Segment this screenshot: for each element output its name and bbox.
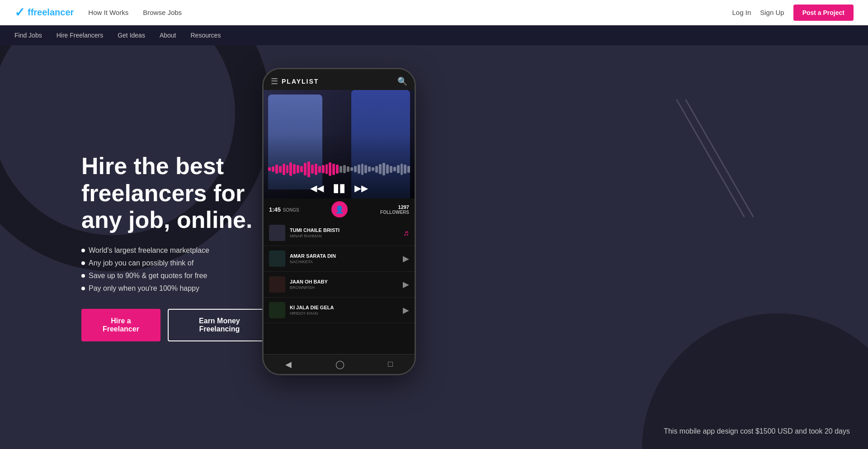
song-details-3: JAAN OH BABY BROWNFISH [290, 279, 398, 290]
pause-button[interactable]: ▮▮ [333, 181, 345, 195]
search-icon: 🔍 [397, 76, 407, 86]
hero-content: Hire the best freelancers for any job, o… [0, 153, 271, 341]
how-it-works-link[interactable]: How It Works [88, 9, 128, 16]
playlist-title: PLAYLIST [282, 78, 319, 85]
song-item-1[interactable]: TUMI CHAILE BRISTI MINAR RAHMAN ♬ [264, 220, 415, 246]
hire-freelancers-link[interactable]: Hire Freelancers [57, 32, 103, 39]
play-icon-3: ▶ [403, 279, 409, 289]
phone-header: ☰ PLAYLIST 🔍 [264, 69, 415, 90]
browse-jobs-link[interactable]: Browse Jobs [143, 9, 182, 16]
album-art: ◀◀ ▮▮ ▶▶ [264, 90, 415, 199]
song-list: TUMI CHAILE BRISTI MINAR RAHMAN ♬ AMAR S… [264, 220, 415, 354]
top-nav-right: Log In Sign Up Post a Project [732, 5, 854, 21]
top-navigation: ✓ ffreelancer How It Works Browse Jobs L… [0, 0, 868, 25]
hero-buttons: Hire a Freelancer Earn Money Freelancing [81, 309, 271, 341]
earn-money-button[interactable]: Earn Money Freelancing [168, 309, 271, 341]
song-thumb-3 [269, 276, 285, 293]
top-nav-left: ✓ ffreelancer How It Works Browse Jobs [14, 5, 182, 20]
signup-button[interactable]: Sign Up [760, 9, 784, 16]
deco-line-1 [676, 99, 745, 217]
song-details-1: TUMI CHAILE BRISTI MINAR RAHMAN [290, 227, 399, 238]
song-item-4[interactable]: KI JALA DIE GELA HRIDOY KHAN ▶ [264, 298, 415, 323]
bullet-dot-1 [81, 249, 85, 252]
phone-mockup: ☰ PLAYLIST 🔍 ◀◀ ▮▮ ▶▶ [262, 68, 416, 375]
hire-freelancer-button[interactable]: Hire a Freelancer [81, 309, 160, 341]
resources-link[interactable]: Resources [190, 32, 221, 39]
playback-controls: ◀◀ ▮▮ ▶▶ [264, 181, 415, 195]
secondary-navigation: Find Jobs Hire Freelancers Get Ideas Abo… [0, 25, 868, 45]
song-details-2: AMAR SARATA DIN NACHIKETA [290, 253, 398, 264]
bullet-dot-4 [81, 287, 85, 290]
logo[interactable]: ✓ ffreelancer [14, 5, 74, 20]
play-icon-4: ▶ [403, 305, 409, 315]
hero-title: Hire the best freelancers for any job, o… [81, 153, 271, 234]
followers-count: 1297 FOLLOWERS [380, 204, 409, 215]
bullet-1: World's largest freelance marketplace [81, 246, 271, 255]
bullet-4: Pay only when you're 100% happy [81, 284, 271, 293]
skip-back-button[interactable]: ◀◀ [310, 183, 324, 194]
find-jobs-link[interactable]: Find Jobs [14, 32, 42, 39]
login-button[interactable]: Log In [732, 9, 751, 16]
home-nav-icon[interactable]: ◯ [335, 359, 344, 369]
phone-bottom-nav: ◀ ◯ □ [264, 354, 415, 374]
song-details-4: KI JALA DIE GELA HRIDOY KHAN [290, 305, 398, 316]
waveform [268, 162, 410, 176]
get-ideas-link[interactable]: Get Ideas [118, 32, 145, 39]
hamburger-icon: ☰ [271, 76, 278, 86]
song-count: 1:45 SONGS [269, 205, 299, 213]
play-icon-2: ▶ [403, 254, 409, 264]
song-thumb-1 [269, 225, 285, 241]
recent-nav-icon[interactable]: □ [388, 359, 393, 369]
follower-avatar: 👤 [331, 201, 348, 217]
bullet-2: Any job you can possibly think of [81, 259, 271, 267]
song-item-3[interactable]: JAAN OH BABY BROWNFISH ▶ [264, 272, 415, 298]
bullet-3: Save up to 90% & get quotes for free [81, 272, 271, 280]
phone-header-left: ☰ PLAYLIST [271, 76, 319, 86]
decorative-lines [710, 90, 800, 271]
now-playing-icon: ♬ [403, 228, 410, 238]
bullet-dot-2 [81, 261, 85, 265]
about-link[interactable]: About [160, 32, 176, 39]
song-item-2[interactable]: AMAR SARATA DIN NACHIKETA ▶ [264, 246, 415, 272]
cost-text: This mobile app design cost $1500 USD an… [664, 427, 850, 435]
bullet-dot-3 [81, 274, 85, 278]
song-thumb-4 [269, 302, 285, 318]
phone-inner: ☰ PLAYLIST 🔍 ◀◀ ▮▮ ▶▶ [264, 69, 415, 374]
back-nav-icon[interactable]: ◀ [285, 359, 292, 369]
logo-text: ffreelancer [28, 7, 74, 18]
logo-icon: ✓ [14, 5, 25, 20]
hero-section: Hire the best freelancers for any job, o… [0, 45, 868, 449]
deco-line-2 [685, 99, 754, 217]
hero-bullets: World's largest freelance marketplace An… [81, 246, 271, 293]
post-project-button[interactable]: Post a Project [793, 5, 854, 21]
song-info-row: 1:45 SONGS 👤 1297 FOLLOWERS [264, 199, 415, 220]
skip-forward-button[interactable]: ▶▶ [354, 183, 368, 194]
song-thumb-2 [269, 250, 285, 267]
